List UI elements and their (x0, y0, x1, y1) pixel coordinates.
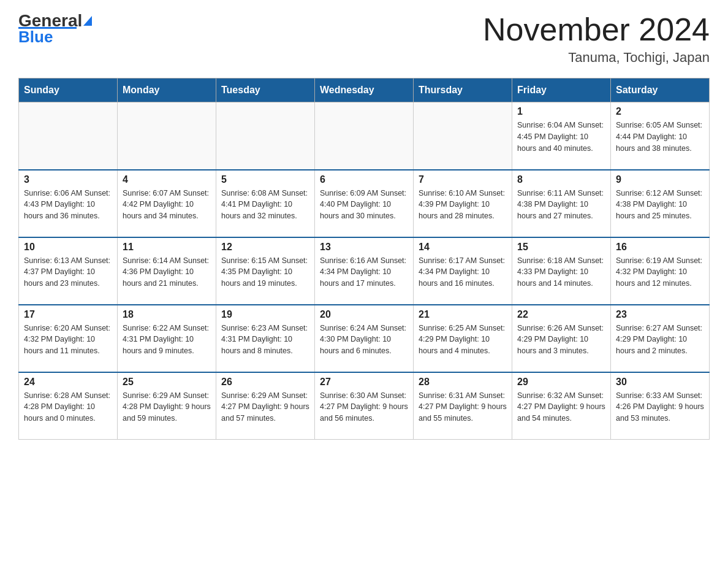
day-number: 8 (517, 174, 605, 185)
day-info: Sunrise: 6:23 AM Sunset: 4:31 PM Dayligh… (221, 323, 309, 357)
day-number: 10 (24, 242, 112, 253)
day-info: Sunrise: 6:08 AM Sunset: 4:41 PM Dayligh… (221, 188, 309, 222)
calendar-day-cell: 8Sunrise: 6:11 AM Sunset: 4:38 PM Daylig… (512, 170, 611, 237)
day-info: Sunrise: 6:19 AM Sunset: 4:32 PM Dayligh… (616, 255, 704, 289)
calendar-day-cell: 9Sunrise: 6:12 AM Sunset: 4:38 PM Daylig… (611, 170, 710, 237)
calendar-day-cell: 1Sunrise: 6:04 AM Sunset: 4:45 PM Daylig… (512, 102, 611, 170)
logo-text-blue: Blue (18, 29, 53, 45)
day-info: Sunrise: 6:09 AM Sunset: 4:40 PM Dayligh… (320, 188, 408, 222)
day-info: Sunrise: 6:14 AM Sunset: 4:36 PM Dayligh… (123, 255, 211, 289)
day-number: 17 (24, 309, 112, 320)
day-info: Sunrise: 6:24 AM Sunset: 4:30 PM Dayligh… (320, 323, 408, 357)
day-number: 14 (419, 242, 507, 253)
day-number: 12 (221, 242, 309, 253)
day-info: Sunrise: 6:18 AM Sunset: 4:33 PM Dayligh… (517, 255, 605, 289)
calendar-week-row: 24Sunrise: 6:28 AM Sunset: 4:28 PM Dayli… (19, 372, 710, 440)
calendar-day-cell: 6Sunrise: 6:09 AM Sunset: 4:40 PM Daylig… (315, 170, 414, 237)
day-info: Sunrise: 6:33 AM Sunset: 4:26 PM Dayligh… (616, 390, 704, 424)
day-number: 4 (123, 174, 211, 185)
calendar-day-cell: 13Sunrise: 6:16 AM Sunset: 4:34 PM Dayli… (315, 237, 414, 305)
calendar-day-cell (414, 102, 512, 170)
day-number: 23 (616, 309, 704, 320)
calendar-week-row: 3Sunrise: 6:06 AM Sunset: 4:43 PM Daylig… (19, 170, 710, 237)
day-info: Sunrise: 6:28 AM Sunset: 4:28 PM Dayligh… (24, 390, 112, 424)
day-number: 1 (517, 106, 605, 117)
day-info: Sunrise: 6:16 AM Sunset: 4:34 PM Dayligh… (320, 255, 408, 289)
calendar-day-cell: 17Sunrise: 6:20 AM Sunset: 4:32 PM Dayli… (19, 305, 118, 372)
calendar-day-cell: 24Sunrise: 6:28 AM Sunset: 4:28 PM Dayli… (19, 372, 118, 440)
calendar-day-cell (216, 102, 315, 170)
calendar-day-cell: 12Sunrise: 6:15 AM Sunset: 4:35 PM Dayli… (216, 237, 315, 305)
calendar-day-cell: 14Sunrise: 6:17 AM Sunset: 4:34 PM Dayli… (414, 237, 512, 305)
page-header: General Blue November 2024 Tanuma, Tochi… (18, 12, 710, 66)
calendar-day-cell: 18Sunrise: 6:22 AM Sunset: 4:31 PM Dayli… (118, 305, 216, 372)
day-number: 6 (320, 174, 408, 185)
calendar-table: SundayMondayTuesdayWednesdayThursdayFrid… (18, 78, 710, 440)
day-info: Sunrise: 6:31 AM Sunset: 4:27 PM Dayligh… (419, 390, 507, 424)
calendar-week-row: 10Sunrise: 6:13 AM Sunset: 4:37 PM Dayli… (19, 237, 710, 305)
calendar-day-cell: 3Sunrise: 6:06 AM Sunset: 4:43 PM Daylig… (19, 170, 118, 237)
day-of-week-header: Wednesday (315, 79, 414, 102)
day-number: 26 (221, 377, 309, 388)
day-number: 3 (24, 174, 112, 185)
calendar-subtitle: Tanuma, Tochigi, Japan (483, 50, 710, 66)
calendar-day-cell: 23Sunrise: 6:27 AM Sunset: 4:29 PM Dayli… (611, 305, 710, 372)
day-of-week-header: Tuesday (216, 79, 315, 102)
calendar-day-cell: 22Sunrise: 6:26 AM Sunset: 4:29 PM Dayli… (512, 305, 611, 372)
day-number: 30 (616, 377, 704, 388)
day-number: 16 (616, 242, 704, 253)
day-number: 24 (24, 377, 112, 388)
calendar-day-cell: 20Sunrise: 6:24 AM Sunset: 4:30 PM Dayli… (315, 305, 414, 372)
day-info: Sunrise: 6:10 AM Sunset: 4:39 PM Dayligh… (419, 188, 507, 222)
calendar-day-cell: 26Sunrise: 6:29 AM Sunset: 4:27 PM Dayli… (216, 372, 315, 440)
day-number: 11 (123, 242, 211, 253)
calendar-day-cell: 5Sunrise: 6:08 AM Sunset: 4:41 PM Daylig… (216, 170, 315, 237)
day-info: Sunrise: 6:11 AM Sunset: 4:38 PM Dayligh… (517, 188, 605, 222)
day-info: Sunrise: 6:27 AM Sunset: 4:29 PM Dayligh… (616, 323, 704, 357)
calendar-day-cell: 11Sunrise: 6:14 AM Sunset: 4:36 PM Dayli… (118, 237, 216, 305)
calendar-day-cell: 15Sunrise: 6:18 AM Sunset: 4:33 PM Dayli… (512, 237, 611, 305)
title-block: November 2024 Tanuma, Tochigi, Japan (483, 12, 710, 66)
day-info: Sunrise: 6:13 AM Sunset: 4:37 PM Dayligh… (24, 255, 112, 289)
calendar-header-row: SundayMondayTuesdayWednesdayThursdayFrid… (19, 79, 710, 102)
day-info: Sunrise: 6:26 AM Sunset: 4:29 PM Dayligh… (517, 323, 605, 357)
day-of-week-header: Saturday (611, 79, 710, 102)
calendar-day-cell: 28Sunrise: 6:31 AM Sunset: 4:27 PM Dayli… (414, 372, 512, 440)
calendar-title: November 2024 (483, 12, 710, 47)
day-number: 15 (517, 242, 605, 253)
day-info: Sunrise: 6:05 AM Sunset: 4:44 PM Dayligh… (616, 120, 704, 154)
calendar-day-cell: 4Sunrise: 6:07 AM Sunset: 4:42 PM Daylig… (118, 170, 216, 237)
day-number: 9 (616, 174, 704, 185)
calendar-day-cell: 7Sunrise: 6:10 AM Sunset: 4:39 PM Daylig… (414, 170, 512, 237)
day-info: Sunrise: 6:07 AM Sunset: 4:42 PM Dayligh… (123, 188, 211, 222)
calendar-day-cell: 16Sunrise: 6:19 AM Sunset: 4:32 PM Dayli… (611, 237, 710, 305)
day-info: Sunrise: 6:04 AM Sunset: 4:45 PM Dayligh… (517, 120, 605, 154)
day-of-week-header: Friday (512, 79, 611, 102)
calendar-day-cell: 10Sunrise: 6:13 AM Sunset: 4:37 PM Dayli… (19, 237, 118, 305)
day-number: 20 (320, 309, 408, 320)
calendar-day-cell: 25Sunrise: 6:29 AM Sunset: 4:28 PM Dayli… (118, 372, 216, 440)
day-of-week-header: Sunday (19, 79, 118, 102)
calendar-week-row: 1Sunrise: 6:04 AM Sunset: 4:45 PM Daylig… (19, 102, 710, 170)
day-number: 13 (320, 242, 408, 253)
day-number: 18 (123, 309, 211, 320)
calendar-day-cell: 2Sunrise: 6:05 AM Sunset: 4:44 PM Daylig… (611, 102, 710, 170)
calendar-day-cell: 19Sunrise: 6:23 AM Sunset: 4:31 PM Dayli… (216, 305, 315, 372)
day-number: 5 (221, 174, 309, 185)
day-info: Sunrise: 6:17 AM Sunset: 4:34 PM Dayligh… (419, 255, 507, 289)
day-info: Sunrise: 6:20 AM Sunset: 4:32 PM Dayligh… (24, 323, 112, 357)
day-info: Sunrise: 6:12 AM Sunset: 4:38 PM Dayligh… (616, 188, 704, 222)
day-number: 22 (517, 309, 605, 320)
day-of-week-header: Monday (118, 79, 216, 102)
day-number: 28 (419, 377, 507, 388)
day-of-week-header: Thursday (414, 79, 512, 102)
calendar-day-cell: 21Sunrise: 6:25 AM Sunset: 4:29 PM Dayli… (414, 305, 512, 372)
day-info: Sunrise: 6:22 AM Sunset: 4:31 PM Dayligh… (123, 323, 211, 357)
calendar-day-cell (118, 102, 216, 170)
calendar-day-cell: 27Sunrise: 6:30 AM Sunset: 4:27 PM Dayli… (315, 372, 414, 440)
day-info: Sunrise: 6:15 AM Sunset: 4:35 PM Dayligh… (221, 255, 309, 289)
day-number: 19 (221, 309, 309, 320)
day-number: 27 (320, 377, 408, 388)
calendar-week-row: 17Sunrise: 6:20 AM Sunset: 4:32 PM Dayli… (19, 305, 710, 372)
calendar-day-cell (315, 102, 414, 170)
